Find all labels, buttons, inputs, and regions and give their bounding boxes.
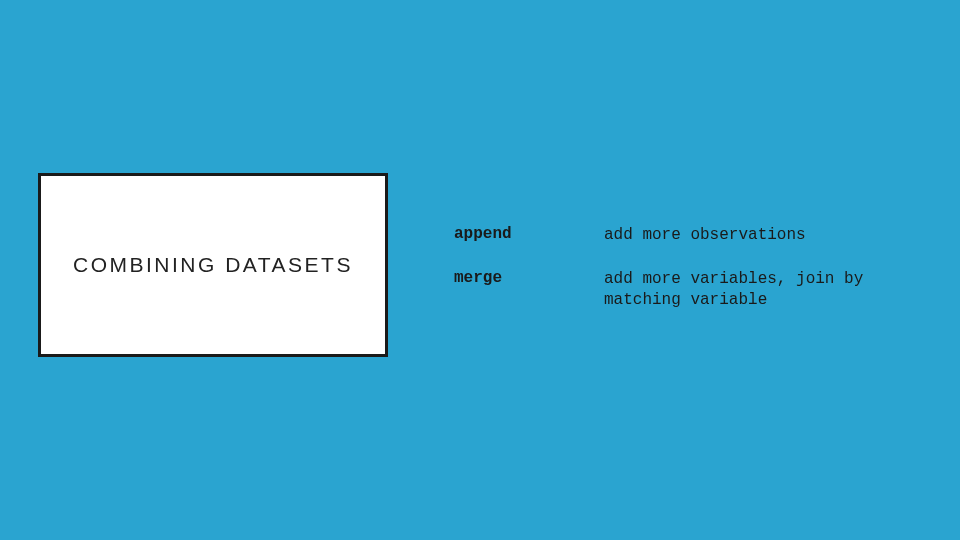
command-name: append	[454, 225, 604, 243]
commands-list: append add more observations merge add m…	[454, 225, 924, 334]
command-desc: add more observations	[604, 225, 924, 247]
command-row: merge add more variables, join by matchi…	[454, 269, 924, 312]
command-desc: add more variables, join by matching var…	[604, 269, 924, 312]
command-name: merge	[454, 269, 604, 287]
slide-title: COMBINING DATASETS	[73, 253, 353, 277]
command-row: append add more observations	[454, 225, 924, 247]
title-box: COMBINING DATASETS	[38, 173, 388, 357]
